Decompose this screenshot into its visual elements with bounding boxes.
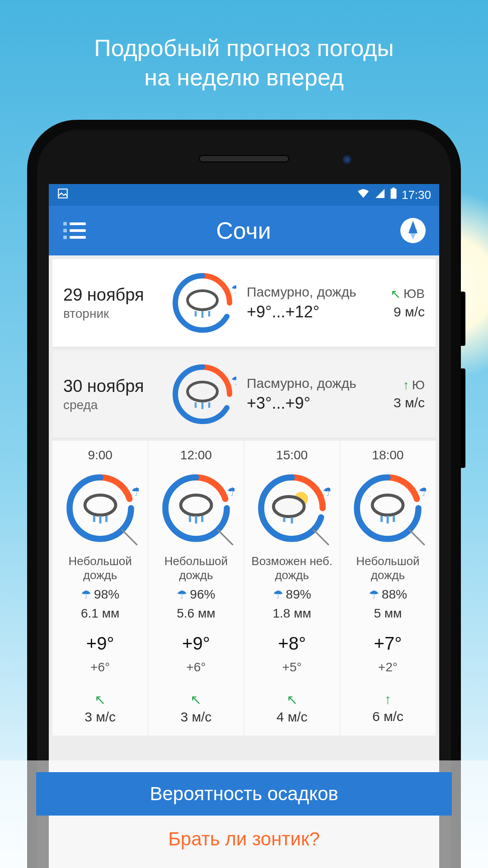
svg-line-36 xyxy=(409,530,425,545)
promo-line-2: на неделю вперед xyxy=(0,63,488,92)
svg-point-19 xyxy=(181,495,211,515)
phone-front-camera xyxy=(343,155,352,164)
day-weekday: среда xyxy=(63,398,158,412)
hour-temp-hi: +7° xyxy=(374,633,402,654)
hour-temp-hi: +9° xyxy=(182,633,210,654)
promo-line-1: Подробный прогноз погоды xyxy=(0,33,488,63)
svg-point-3 xyxy=(188,291,217,310)
umbrella-icon: ☂ xyxy=(81,588,91,602)
day-row[interactable]: 29 ноября вторник ☂ xyxy=(52,259,436,347)
hour-prob: 88% xyxy=(382,587,407,602)
compass-icon[interactable] xyxy=(400,218,426,243)
wind-arrow-icon: ↖ xyxy=(180,692,211,708)
svg-line-30 xyxy=(314,530,329,545)
weather-ring-icon: ☂ xyxy=(158,470,235,547)
phone-side-button xyxy=(461,292,465,346)
svg-text:☂: ☂ xyxy=(131,485,139,499)
hour-desc: Небольшой дождь xyxy=(55,554,145,583)
svg-rect-0 xyxy=(58,189,67,198)
precip-banner[interactable]: Вероятность осадков xyxy=(36,772,452,816)
hour-wind-speed: 3 м/с xyxy=(180,709,211,725)
phone-speaker xyxy=(199,155,289,162)
day-desc: Пасмурно, дождь xyxy=(247,284,362,300)
hour-desc: Небольшой дождь xyxy=(151,554,241,583)
hour-precip: 6.1 мм xyxy=(81,606,119,621)
hour-precip: 5 мм xyxy=(374,606,402,621)
wind-arrow-icon: ↖ xyxy=(84,692,116,708)
hour-temp-lo: +6° xyxy=(90,660,110,675)
hour-time: 9:00 xyxy=(88,448,113,462)
phone-frame: 17:30 Сочи 29 ноября вторник xyxy=(27,120,461,868)
wind-speed: 3 м/с xyxy=(371,395,425,410)
hour-time: 15:00 xyxy=(276,448,308,462)
hour-prob: 96% xyxy=(190,587,215,602)
day-row[interactable]: 30 ноября среда ☂ xyxy=(52,350,436,438)
svg-line-18 xyxy=(122,530,137,545)
hour-temp-lo: +6° xyxy=(186,660,206,675)
svg-text:☂: ☂ xyxy=(323,485,330,499)
day-date: 30 ноября xyxy=(63,377,158,396)
svg-line-24 xyxy=(217,530,233,545)
day-temps: +3°...+9° xyxy=(247,394,362,413)
hour-temp-hi: +8° xyxy=(278,633,306,654)
svg-rect-2 xyxy=(392,188,394,189)
hour-column[interactable]: 9:00 ☂ Небольшой дождь xyxy=(52,441,148,736)
city-title[interactable]: Сочи xyxy=(87,217,400,244)
day-weekday: вторник xyxy=(63,307,158,321)
day-date: 29 ноября xyxy=(63,285,158,305)
hour-time: 12:00 xyxy=(180,448,212,462)
wind-speed: 9 м/с xyxy=(371,304,425,320)
phone-side-button xyxy=(461,368,465,468)
svg-text:☂: ☂ xyxy=(418,485,426,499)
battery-icon xyxy=(390,188,397,203)
menu-list-icon[interactable] xyxy=(62,218,87,243)
hour-temp-lo: +2° xyxy=(378,660,398,675)
hour-temp-hi: +9° xyxy=(86,633,114,654)
signal-icon xyxy=(375,188,385,202)
svg-point-31 xyxy=(372,495,403,515)
svg-point-13 xyxy=(85,495,116,515)
wind-arrow-icon: ↑ xyxy=(372,692,404,707)
hour-desc: Небольшой дождь xyxy=(343,554,433,583)
wind-arrow-icon: ↖ xyxy=(277,692,308,708)
umbrella-icon: ☂ xyxy=(177,588,187,602)
svg-point-8 xyxy=(188,382,217,401)
bottom-overlay: Вероятность осадков Брать ли зонтик? xyxy=(0,760,488,868)
svg-point-26 xyxy=(273,497,304,517)
question-text: Брать ли зонтик? xyxy=(0,828,488,850)
weather-ring-icon: ☂ xyxy=(169,360,236,428)
day-desc: Пасмурно, дождь xyxy=(247,376,362,391)
hour-column[interactable]: 18:00 ☂ Небольшой дождь xyxy=(340,441,436,736)
wifi-icon xyxy=(357,188,370,202)
hour-wind-speed: 4 м/с xyxy=(277,709,308,725)
umbrella-icon: ☂ xyxy=(369,588,379,602)
weather-ring-icon: ☂ xyxy=(253,470,330,547)
weather-ring-icon: ☂ xyxy=(62,470,139,547)
svg-text:☂: ☂ xyxy=(231,374,236,387)
wind-dir: ЮВ xyxy=(404,287,425,301)
hour-time: 18:00 xyxy=(372,448,404,462)
hour-desc: Возможен неб. дождь xyxy=(247,554,337,583)
wind-dir: Ю xyxy=(412,378,425,392)
wind-arrow-icon: ↖ xyxy=(390,287,401,302)
status-bar: 17:30 xyxy=(49,184,439,206)
hour-precip: 1.8 мм xyxy=(273,606,311,621)
weather-ring-icon: ☂ xyxy=(169,269,236,337)
umbrella-icon: ☂ xyxy=(273,588,283,602)
hour-wind-speed: 6 м/с xyxy=(372,709,404,724)
hour-wind-speed: 3 м/с xyxy=(84,709,116,725)
hour-column[interactable]: 12:00 ☂ Небольшой дождь xyxy=(148,441,244,736)
svg-rect-1 xyxy=(390,189,396,198)
gallery-icon xyxy=(57,188,69,203)
svg-text:☂: ☂ xyxy=(231,283,236,296)
svg-text:☂: ☂ xyxy=(227,485,235,499)
app-header: Сочи xyxy=(49,206,439,255)
hour-temp-lo: +5° xyxy=(282,660,302,675)
weather-ring-icon: ☂ xyxy=(349,470,426,547)
hourly-grid: 9:00 ☂ Небольшой дождь xyxy=(52,441,436,736)
hour-prob: 89% xyxy=(286,587,311,602)
clock-text: 17:30 xyxy=(402,188,431,202)
promo-headline: Подробный прогноз погоды на неделю впере… xyxy=(0,0,488,92)
hour-column[interactable]: 15:00 ☂ Возможен неб. д xyxy=(244,441,340,736)
day-temps: +9°...+12° xyxy=(247,302,362,321)
